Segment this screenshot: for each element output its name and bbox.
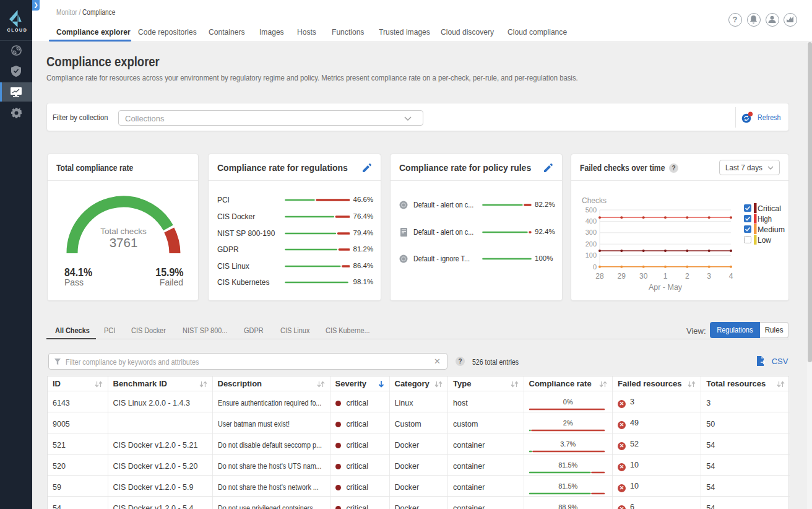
svg-text:Medium: Medium [758, 225, 785, 234]
svg-text:Total checks: Total checks [100, 227, 147, 236]
svg-text:500: 500 [585, 206, 597, 214]
svg-text:3: 3 [707, 272, 711, 281]
svg-text:28: 28 [595, 272, 604, 281]
svg-text:200: 200 [585, 240, 597, 248]
svg-text:Checks: Checks [582, 196, 607, 205]
svg-text:30: 30 [639, 272, 648, 281]
svg-text:Critical: Critical [758, 204, 781, 213]
svg-text:0: 0 [593, 263, 597, 271]
svg-text:4: 4 [729, 272, 733, 281]
svg-text:High: High [758, 215, 772, 224]
svg-text:2: 2 [685, 272, 689, 281]
svg-text:?: ? [733, 15, 738, 24]
svg-text:1: 1 [663, 272, 668, 281]
svg-text:Apr - May: Apr - May [649, 283, 683, 292]
svg-text:300: 300 [585, 228, 597, 236]
svg-text:400: 400 [585, 217, 597, 225]
svg-text:Low: Low [758, 236, 772, 245]
svg-text:100: 100 [585, 251, 597, 259]
svg-text:29: 29 [618, 272, 626, 281]
svg-text:3761: 3761 [110, 235, 138, 250]
